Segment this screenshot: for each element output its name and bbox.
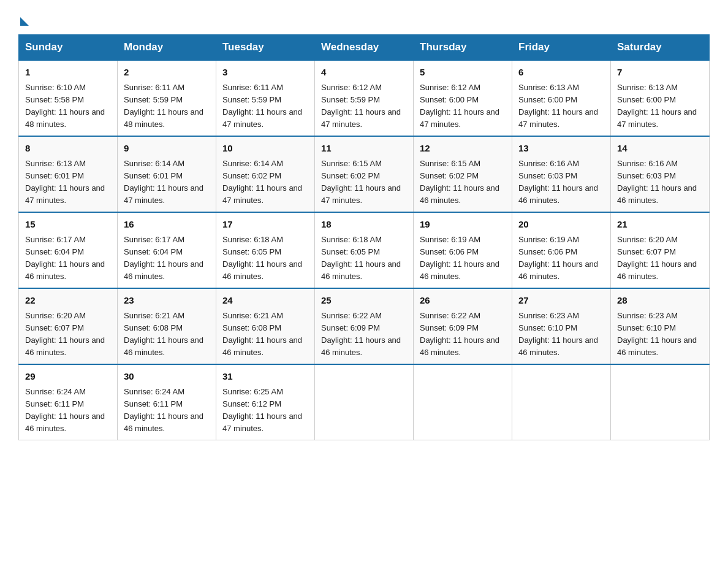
week-row-1: 1Sunrise: 6:10 AMSunset: 5:58 PMDaylight… — [19, 60, 710, 136]
week-row-5: 29Sunrise: 6:24 AMSunset: 6:11 PMDayligh… — [19, 364, 710, 440]
day-info: Sunrise: 6:21 AMSunset: 6:08 PMDaylight:… — [222, 310, 308, 359]
day-info: Sunrise: 6:20 AMSunset: 6:07 PMDaylight:… — [617, 234, 703, 283]
day-cell-12: 12Sunrise: 6:15 AMSunset: 6:02 PMDayligh… — [414, 136, 512, 212]
day-cell-9: 9Sunrise: 6:14 AMSunset: 6:01 PMDaylight… — [118, 136, 216, 212]
day-number: 13 — [518, 142, 604, 156]
day-cell-4: 4Sunrise: 6:12 AMSunset: 5:59 PMDaylight… — [315, 60, 414, 136]
day-number: 18 — [321, 218, 407, 232]
day-number: 21 — [617, 218, 703, 232]
day-cell-26: 26Sunrise: 6:22 AMSunset: 6:09 PMDayligh… — [414, 288, 512, 364]
day-number: 25 — [321, 294, 407, 308]
calendar-table: SundayMondayTuesdayWednesdayThursdayFrid… — [18, 34, 710, 440]
empty-cell — [512, 364, 611, 440]
day-cell-23: 23Sunrise: 6:21 AMSunset: 6:08 PMDayligh… — [118, 288, 216, 364]
header-monday: Monday — [118, 35, 216, 61]
day-info: Sunrise: 6:13 AMSunset: 6:00 PMDaylight:… — [518, 82, 604, 131]
day-info: Sunrise: 6:18 AMSunset: 6:05 PMDaylight:… — [321, 234, 407, 283]
day-info: Sunrise: 6:19 AMSunset: 6:06 PMDaylight:… — [420, 234, 506, 283]
day-number: 30 — [124, 370, 210, 384]
day-info: Sunrise: 6:18 AMSunset: 6:05 PMDaylight:… — [222, 234, 308, 283]
day-cell-25: 25Sunrise: 6:22 AMSunset: 6:09 PMDayligh… — [315, 288, 414, 364]
day-number: 31 — [222, 370, 308, 384]
day-info: Sunrise: 6:16 AMSunset: 6:03 PMDaylight:… — [617, 158, 703, 207]
empty-cell — [611, 364, 710, 440]
header-sunday: Sunday — [19, 35, 118, 61]
day-cell-2: 2Sunrise: 6:11 AMSunset: 5:59 PMDaylight… — [118, 60, 216, 136]
day-cell-24: 24Sunrise: 6:21 AMSunset: 6:08 PMDayligh… — [216, 288, 315, 364]
day-info: Sunrise: 6:13 AMSunset: 6:00 PMDaylight:… — [617, 82, 703, 131]
day-info: Sunrise: 6:24 AMSunset: 6:11 PMDaylight:… — [25, 386, 111, 435]
day-cell-6: 6Sunrise: 6:13 AMSunset: 6:00 PMDaylight… — [512, 60, 611, 136]
day-number: 22 — [25, 294, 111, 308]
day-info: Sunrise: 6:25 AMSunset: 6:12 PMDaylight:… — [222, 386, 308, 435]
day-number: 15 — [25, 218, 111, 232]
day-number: 10 — [222, 142, 308, 156]
day-number: 23 — [124, 294, 210, 308]
day-number: 4 — [321, 66, 407, 80]
day-info: Sunrise: 6:23 AMSunset: 6:10 PMDaylight:… — [518, 310, 604, 359]
day-cell-28: 28Sunrise: 6:23 AMSunset: 6:10 PMDayligh… — [611, 288, 710, 364]
day-number: 24 — [222, 294, 308, 308]
day-cell-5: 5Sunrise: 6:12 AMSunset: 6:00 PMDaylight… — [414, 60, 512, 136]
day-number: 6 — [518, 66, 604, 80]
day-number: 29 — [25, 370, 111, 384]
header-saturday: Saturday — [611, 35, 710, 61]
day-cell-1: 1Sunrise: 6:10 AMSunset: 5:58 PMDaylight… — [19, 60, 118, 136]
header-friday: Friday — [512, 35, 611, 61]
day-info: Sunrise: 6:17 AMSunset: 6:04 PMDaylight:… — [124, 234, 210, 283]
day-info: Sunrise: 6:17 AMSunset: 6:04 PMDaylight:… — [25, 234, 111, 283]
day-number: 8 — [25, 142, 111, 156]
day-info: Sunrise: 6:16 AMSunset: 6:03 PMDaylight:… — [518, 158, 604, 207]
day-info: Sunrise: 6:15 AMSunset: 6:02 PMDaylight:… — [321, 158, 407, 207]
day-cell-27: 27Sunrise: 6:23 AMSunset: 6:10 PMDayligh… — [512, 288, 611, 364]
day-cell-20: 20Sunrise: 6:19 AMSunset: 6:06 PMDayligh… — [512, 212, 611, 288]
day-info: Sunrise: 6:15 AMSunset: 6:02 PMDaylight:… — [420, 158, 506, 207]
logo-arrow-icon — [20, 17, 29, 26]
day-cell-31: 31Sunrise: 6:25 AMSunset: 6:12 PMDayligh… — [216, 364, 315, 440]
day-info: Sunrise: 6:12 AMSunset: 5:59 PMDaylight:… — [321, 82, 407, 131]
day-info: Sunrise: 6:11 AMSunset: 5:59 PMDaylight:… — [124, 82, 210, 131]
day-cell-7: 7Sunrise: 6:13 AMSunset: 6:00 PMDaylight… — [611, 60, 710, 136]
day-cell-10: 10Sunrise: 6:14 AMSunset: 6:02 PMDayligh… — [216, 136, 315, 212]
header-tuesday: Tuesday — [216, 35, 315, 61]
day-number: 3 — [222, 66, 308, 80]
day-number: 2 — [124, 66, 210, 80]
day-cell-11: 11Sunrise: 6:15 AMSunset: 6:02 PMDayligh… — [315, 136, 414, 212]
day-info: Sunrise: 6:23 AMSunset: 6:10 PMDaylight:… — [617, 310, 703, 359]
day-info: Sunrise: 6:20 AMSunset: 6:07 PMDaylight:… — [25, 310, 111, 359]
day-cell-15: 15Sunrise: 6:17 AMSunset: 6:04 PMDayligh… — [19, 212, 118, 288]
day-number: 16 — [124, 218, 210, 232]
day-number: 28 — [617, 294, 703, 308]
week-row-4: 22Sunrise: 6:20 AMSunset: 6:07 PMDayligh… — [19, 288, 710, 364]
day-number: 11 — [321, 142, 407, 156]
day-cell-21: 21Sunrise: 6:20 AMSunset: 6:07 PMDayligh… — [611, 212, 710, 288]
week-row-3: 15Sunrise: 6:17 AMSunset: 6:04 PMDayligh… — [19, 212, 710, 288]
day-number: 14 — [617, 142, 703, 156]
day-cell-29: 29Sunrise: 6:24 AMSunset: 6:11 PMDayligh… — [19, 364, 118, 440]
empty-cell — [414, 364, 512, 440]
day-cell-8: 8Sunrise: 6:13 AMSunset: 6:01 PMDaylight… — [19, 136, 118, 212]
day-info: Sunrise: 6:11 AMSunset: 5:59 PMDaylight:… — [222, 82, 308, 131]
day-info: Sunrise: 6:14 AMSunset: 6:02 PMDaylight:… — [222, 158, 308, 207]
day-cell-13: 13Sunrise: 6:16 AMSunset: 6:03 PMDayligh… — [512, 136, 611, 212]
week-row-2: 8Sunrise: 6:13 AMSunset: 6:01 PMDaylight… — [19, 136, 710, 212]
day-info: Sunrise: 6:13 AMSunset: 6:01 PMDaylight:… — [25, 158, 111, 207]
day-cell-18: 18Sunrise: 6:18 AMSunset: 6:05 PMDayligh… — [315, 212, 414, 288]
day-info: Sunrise: 6:10 AMSunset: 5:58 PMDaylight:… — [25, 82, 111, 131]
day-number: 19 — [420, 218, 506, 232]
logo — [18, 12, 29, 23]
day-cell-30: 30Sunrise: 6:24 AMSunset: 6:11 PMDayligh… — [118, 364, 216, 440]
day-number: 26 — [420, 294, 506, 308]
day-cell-16: 16Sunrise: 6:17 AMSunset: 6:04 PMDayligh… — [118, 212, 216, 288]
day-number: 1 — [25, 66, 111, 80]
empty-cell — [315, 364, 414, 440]
page-header — [18, 12, 710, 23]
day-info: Sunrise: 6:22 AMSunset: 6:09 PMDaylight:… — [420, 310, 506, 359]
day-number: 7 — [617, 66, 703, 80]
day-info: Sunrise: 6:24 AMSunset: 6:11 PMDaylight:… — [124, 386, 210, 435]
day-cell-22: 22Sunrise: 6:20 AMSunset: 6:07 PMDayligh… — [19, 288, 118, 364]
header-row: SundayMondayTuesdayWednesdayThursdayFrid… — [19, 35, 710, 61]
day-info: Sunrise: 6:19 AMSunset: 6:06 PMDaylight:… — [518, 234, 604, 283]
day-cell-17: 17Sunrise: 6:18 AMSunset: 6:05 PMDayligh… — [216, 212, 315, 288]
day-number: 17 — [222, 218, 308, 232]
